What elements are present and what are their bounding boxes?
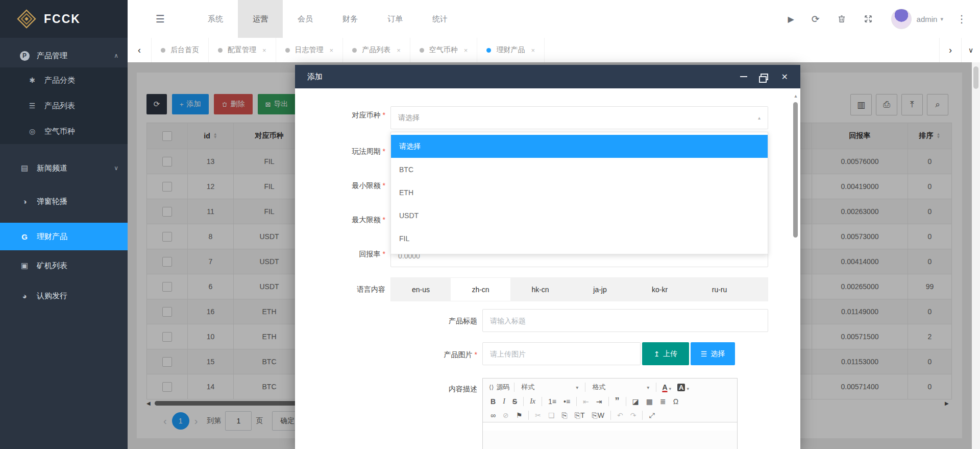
option-fil[interactable]: FIL bbox=[391, 227, 768, 250]
coin-icon: ◎ bbox=[27, 127, 38, 135]
page-scrollbar[interactable] bbox=[972, 62, 980, 449]
remove-format-icon[interactable]: Ix bbox=[530, 397, 535, 406]
blockquote-icon[interactable]: ” bbox=[615, 396, 620, 407]
sidebar-item-air-coin[interactable]: ◎ 空气币种 bbox=[0, 119, 128, 144]
source-button[interactable]: ⟨⟩ 源码 bbox=[489, 383, 509, 392]
nav-item-statistics[interactable]: 统计 bbox=[418, 0, 462, 38]
close-tab-icon[interactable]: × bbox=[330, 46, 334, 54]
chevron-down-icon: ∨ bbox=[114, 164, 118, 172]
lang-tab-ja-jp[interactable]: ja-jp bbox=[570, 278, 630, 301]
sidebar-group-product-management[interactable]: P 产品管理 ∧ bbox=[0, 44, 128, 67]
dialog-scrollbar[interactable]: ▲ bbox=[792, 88, 799, 449]
paste-text-icon[interactable]: ⎘T bbox=[575, 411, 585, 420]
carousel-icon: ◑ bbox=[18, 197, 31, 206]
tab-home[interactable]: 后台首页 bbox=[152, 38, 209, 62]
product-image-input[interactable] bbox=[482, 342, 641, 365]
close-tab-icon[interactable]: × bbox=[397, 46, 401, 54]
upload-label: 上传 bbox=[663, 349, 677, 359]
strikethrough-icon[interactable]: S bbox=[512, 397, 517, 406]
sidebar-item-miner-list[interactable]: ▣ 矿机列表 bbox=[0, 252, 128, 279]
choose-button[interactable]: ☰ 选择 bbox=[691, 342, 735, 365]
upload-icon: ↥ bbox=[654, 350, 660, 358]
indent-icon[interactable]: ⇥ bbox=[596, 397, 602, 406]
close-icon[interactable]: ✕ bbox=[781, 65, 788, 88]
sidebar-item-product-list[interactable]: ☰ 产品列表 bbox=[0, 93, 128, 119]
trash-icon[interactable] bbox=[837, 14, 846, 23]
sidebar-item-product-category[interactable]: ✱ 产品分类 bbox=[0, 67, 128, 93]
copy-icon[interactable]: ❏ bbox=[548, 411, 555, 419]
background-color-button[interactable]: A▾ bbox=[677, 384, 689, 391]
unlink-icon[interactable]: ⊘ bbox=[503, 411, 509, 419]
lang-tab-en-us[interactable]: en-us bbox=[391, 278, 451, 301]
text-color-button[interactable]: A▾ bbox=[662, 383, 671, 391]
lang-tab-ru-ru[interactable]: ru-ru bbox=[690, 278, 749, 301]
anchor-flag-icon[interactable]: ⚑ bbox=[516, 411, 523, 419]
refresh-icon[interactable]: ⟳ bbox=[812, 13, 820, 25]
page-scroll-thumb[interactable] bbox=[973, 66, 978, 89]
coin-select[interactable]: 请选择 ▴ bbox=[390, 106, 768, 129]
sidebar-item-subscription-issue[interactable]: ◕ 认购发行 bbox=[0, 282, 128, 310]
user-avatar[interactable] bbox=[891, 9, 912, 29]
unordered-list-icon[interactable]: •≡ bbox=[564, 397, 570, 406]
sidebar-item-finance-product[interactable]: G 理财产品 bbox=[0, 223, 128, 250]
special-char-icon[interactable]: Ω bbox=[673, 397, 678, 406]
play-icon[interactable]: ▶ bbox=[788, 14, 794, 24]
italic-icon[interactable]: I bbox=[503, 397, 505, 406]
sidebar-item-news-channel[interactable]: ▤ 新闻频道 ∨ bbox=[0, 153, 128, 183]
lang-tab-ko-kr[interactable]: ko-kr bbox=[630, 278, 690, 301]
close-tab-icon[interactable]: × bbox=[531, 46, 535, 54]
tab-product-list[interactable]: 产品列表 × bbox=[343, 38, 410, 62]
username[interactable]: admin bbox=[917, 15, 938, 23]
tabs-scroll-left-icon[interactable]: ‹ bbox=[128, 38, 152, 62]
option-btc[interactable]: BTC bbox=[391, 158, 768, 181]
outdent-icon[interactable]: ⇤ bbox=[583, 397, 589, 406]
option-eth[interactable]: ETH bbox=[391, 181, 768, 204]
kebab-menu-icon[interactable]: ⋮ bbox=[957, 13, 967, 25]
table-icon[interactable]: ▦ bbox=[646, 397, 653, 406]
rich-text-editor: ⟨⟩ 源码 样式▾ 格式▾ A▾ A▾ bbox=[482, 378, 738, 449]
nav-item-finance[interactable]: 财务 bbox=[328, 0, 373, 38]
nav-item-members[interactable]: 会员 bbox=[283, 0, 328, 38]
fullscreen-icon[interactable] bbox=[864, 14, 873, 23]
upload-button[interactable]: ↥ 上传 bbox=[642, 342, 689, 365]
paste-word-icon[interactable]: ⎘W bbox=[592, 411, 604, 420]
product-title-input[interactable] bbox=[482, 309, 768, 332]
tab-air-coin[interactable]: 空气币种 × bbox=[410, 38, 478, 62]
minimize-icon[interactable] bbox=[740, 65, 747, 88]
tab-logs[interactable]: 日志管理 × bbox=[276, 38, 344, 62]
close-tab-icon[interactable]: × bbox=[464, 46, 468, 54]
format-dropdown[interactable]: 格式▾ bbox=[592, 383, 649, 392]
cut-icon[interactable]: ✂ bbox=[535, 411, 541, 419]
image-icon[interactable]: ◪ bbox=[632, 397, 639, 406]
lang-tab-hk-cn[interactable]: hk-cn bbox=[510, 278, 570, 301]
sidebar-item-popup-carousel[interactable]: ◑ 弹窗轮播 bbox=[0, 187, 128, 216]
bold-icon[interactable]: B bbox=[491, 397, 496, 406]
nav-item-operations[interactable]: 运营 bbox=[238, 0, 283, 38]
maximize-icon[interactable] bbox=[761, 65, 768, 88]
tab-finance-product[interactable]: 理财产品 × bbox=[477, 38, 545, 62]
editor-maximize-icon[interactable]: ⤢ bbox=[649, 411, 654, 420]
styles-dropdown[interactable]: 样式▾ bbox=[521, 383, 578, 392]
horizontal-rule-icon[interactable]: ≣ bbox=[660, 397, 666, 406]
editor-toolbar-row-2: B I S Ix 1≡ •≡ ⇤ ⇥ ” ◪ ▦ ≣ Ω bbox=[483, 394, 737, 409]
editor-content-area[interactable] bbox=[483, 422, 737, 431]
tabs-scroll-right-icon[interactable]: › bbox=[939, 38, 961, 62]
redo-icon[interactable]: ↷ bbox=[630, 411, 636, 419]
close-tab-icon[interactable]: × bbox=[262, 46, 266, 54]
dialog-header[interactable]: 添加 ✕ bbox=[295, 65, 800, 88]
tabs-menu-icon[interactable]: ∨ bbox=[961, 38, 980, 62]
nav-item-system[interactable]: 系统 bbox=[193, 0, 238, 38]
link-icon[interactable]: ∞ bbox=[491, 411, 496, 419]
min-field-label: 最小限额* bbox=[309, 180, 385, 191]
collapse-menu-icon[interactable]: ☰ bbox=[156, 0, 165, 38]
dialog-scroll-thumb[interactable] bbox=[793, 102, 798, 238]
scroll-up-arrow-icon[interactable]: ▲ bbox=[792, 93, 799, 99]
nav-item-orders[interactable]: 订单 bbox=[373, 0, 418, 38]
lang-tab-zh-cn[interactable]: zh-cn bbox=[451, 278, 510, 301]
option-placeholder[interactable]: 请选择 bbox=[391, 135, 768, 158]
paste-icon[interactable]: ⎘ bbox=[562, 411, 568, 420]
ordered-list-icon[interactable]: 1≡ bbox=[548, 397, 556, 406]
undo-icon[interactable]: ↶ bbox=[617, 411, 623, 419]
option-usdt[interactable]: USDT bbox=[391, 204, 768, 227]
tab-config[interactable]: 配置管理 × bbox=[209, 38, 276, 62]
